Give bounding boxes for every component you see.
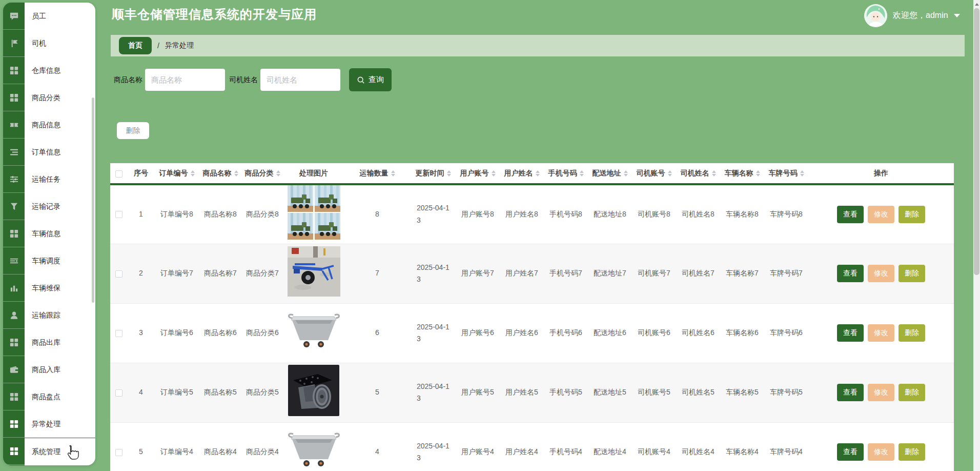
ticket-icon[interactable] [3,111,25,139]
funnel-icon[interactable] [3,193,25,220]
column-header-quantity[interactable]: 运输数量 [344,163,411,184]
sort-caret-icon[interactable] [756,170,760,176]
column-header-address[interactable]: 配送地址 [588,163,632,184]
delete-button[interactable]: 删除 [899,324,925,342]
grid-icon[interactable] [3,410,25,438]
query-button[interactable]: 查询 [349,68,392,91]
grid-icon[interactable] [3,84,25,111]
sort-caret-icon[interactable] [668,170,672,176]
sort-caret-icon[interactable] [447,170,451,176]
delete-button[interactable]: 删除 [899,206,925,223]
sort-caret-icon[interactable] [800,170,804,176]
product-name-input[interactable] [145,69,225,91]
view-button[interactable]: 查看 [837,384,864,401]
column-header-product_name[interactable]: 商品名称 [199,163,241,184]
scroll-up-icon[interactable] [973,0,980,8]
edit-button[interactable]: 修改 [868,324,894,342]
row-checkbox[interactable] [115,330,122,337]
sort-caret-icon[interactable] [234,170,238,176]
sort-caret-icon[interactable] [580,170,584,176]
cell-driver_name: 司机姓名7 [676,244,720,303]
sidebar-item-仓库信息[interactable]: 仓库信息 [25,57,95,84]
column-header-phone[interactable]: 手机号码 [544,163,588,184]
sort-caret-icon[interactable] [624,170,628,176]
grid-icon[interactable] [3,329,25,356]
grid-icon[interactable] [3,57,25,84]
bulk-delete-button[interactable]: 删除 [117,122,149,139]
sidebar-item-异常处理[interactable]: 异常处理 [25,410,95,438]
sidebar-item-车辆调度[interactable]: 车辆调度 [25,247,95,274]
sidebar-item-司机[interactable]: 司机 [25,30,95,57]
chevron-down-icon[interactable] [954,14,960,17]
sidebar-item-员工[interactable]: 员工 [25,3,95,30]
view-button[interactable]: 查看 [837,206,864,223]
sidebar-item-运输记录[interactable]: 运输记录 [25,193,95,220]
sort-caret-icon[interactable] [492,170,496,176]
cell-select [110,422,128,471]
column-header-driver_name[interactable]: 司机姓名 [676,163,720,184]
sidebar-item-车辆信息[interactable]: 车辆信息 [25,220,95,247]
sidebar-item-运输任务[interactable]: 运输任务 [25,166,95,193]
edit-button[interactable]: 修改 [868,384,894,401]
column-header-driver_account[interactable]: 司机账号 [632,163,676,184]
sort-caret-icon[interactable] [712,170,716,176]
delete-button[interactable]: 删除 [899,265,925,282]
bar-chart-icon[interactable] [3,274,25,302]
grid-icon[interactable] [3,220,25,247]
sliders-icon[interactable] [3,166,25,193]
view-button[interactable]: 查看 [837,324,864,342]
page-scrollbar[interactable] [973,0,980,471]
sort-caret-icon[interactable] [191,170,195,176]
row-checkbox[interactable] [115,270,122,278]
list-arrow-icon[interactable] [3,247,25,274]
wallet-icon[interactable] [3,356,25,383]
sort-caret-icon[interactable] [276,170,280,176]
metal-cart-image [287,309,341,352]
row-checkbox[interactable] [115,449,122,456]
list-icon[interactable] [3,139,25,166]
sort-caret-icon[interactable] [391,170,395,176]
avatar[interactable] [864,4,887,27]
edit-button[interactable]: 修改 [868,443,894,461]
view-button[interactable]: 查看 [837,265,864,282]
cell-image [283,303,344,363]
driver-name-label: 司机姓名 [229,75,258,85]
row-checkbox[interactable] [115,211,122,218]
sidebar-item-商品出库[interactable]: 商品出库 [25,329,95,356]
breadcrumb-home-button[interactable]: 首页 [119,37,152,54]
column-header-user_name[interactable]: 用户姓名 [500,163,544,184]
flag-icon[interactable] [3,30,25,57]
user-icon[interactable] [3,302,25,329]
column-header-order_no[interactable]: 订单编号 [154,163,199,184]
grid-icon[interactable] [3,383,25,410]
grid-icon[interactable] [3,438,25,465]
view-button[interactable]: 查看 [837,443,864,461]
sidebar-item-运输跟踪[interactable]: 运输跟踪 [25,302,95,329]
sidebar-item-商品信息[interactable]: 商品信息 [25,111,95,139]
delete-button[interactable]: 删除 [899,443,925,461]
driver-name-input[interactable] [260,69,340,91]
edit-button[interactable]: 修改 [868,265,894,282]
column-header-update_time[interactable]: 更新时间 [411,163,456,184]
page-scrollbar-thumb[interactable] [974,8,979,275]
sidebar-item-车辆维保[interactable]: 车辆维保 [25,274,95,302]
column-header-vehicle_name[interactable]: 车辆名称 [720,163,764,184]
column-header-user_account[interactable]: 用户账号 [456,163,500,184]
sidebar-item-商品分类[interactable]: 商品分类 [25,84,95,111]
sidebar-item-系统管理[interactable]: 系统管理 [25,438,95,465]
chat-icon[interactable] [3,3,25,30]
sidebar-item-商品盘点[interactable]: 商品盘点 [25,383,95,410]
table-row: 2订单编号7商品名称7商品分类772025-04-13用户账号7用户姓名7手机号… [110,244,954,303]
sidebar-item-订单信息[interactable]: 订单信息 [25,139,95,166]
column-header-category[interactable]: 商品分类 [241,163,283,184]
select-all-checkbox[interactable] [115,170,122,178]
sidebar-scrollbar[interactable] [92,97,94,303]
edit-button[interactable]: 修改 [868,206,894,223]
delete-button[interactable]: 删除 [899,384,925,401]
cell-order_no: 订单编号4 [154,422,199,471]
sidebar-item-商品入库[interactable]: 商品入库 [25,356,95,383]
sort-caret-icon[interactable] [536,170,540,176]
row-checkbox[interactable] [115,389,122,397]
user-menu[interactable]: 欢迎您，admin [864,4,960,27]
column-header-plate[interactable]: 车牌号码 [764,163,808,184]
